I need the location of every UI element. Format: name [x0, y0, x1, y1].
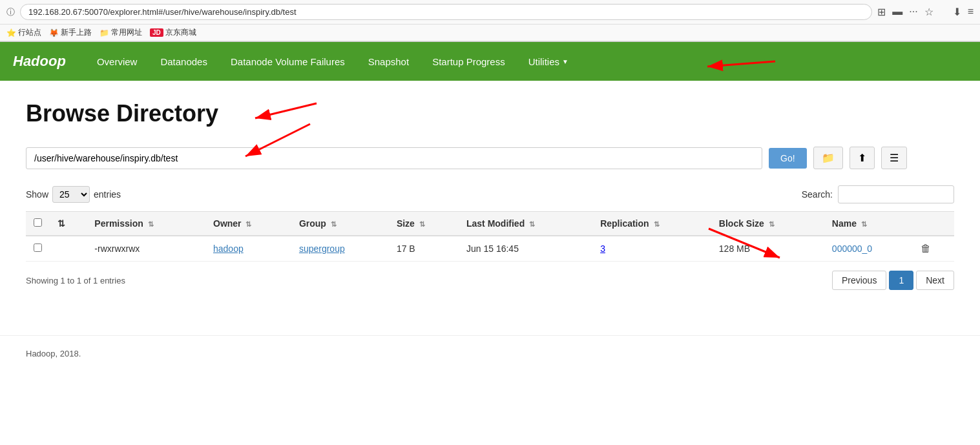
pagination-row: Showing 1 to 1 of 1 entries Previous 1 N… — [26, 271, 954, 290]
grid-icon: ⊞ — [877, 6, 886, 18]
entries-label: entries — [94, 189, 121, 200]
path-row: Go! 📁 ⬆ ☰ — [26, 147, 954, 169]
nav-links: Overview Datanodes Datanode Volume Failu… — [85, 42, 580, 81]
table-row: -rwxrwxrwx hadoop supergroup 17 B Jun 15… — [26, 236, 954, 262]
sort-arrows-icon: ⇅ — [57, 218, 65, 229]
owner-value: hadoop — [213, 243, 244, 254]
browser-icons: ⊞ ▬ ··· ☆ ⬇ ≡ — [877, 6, 974, 18]
replication-sort-icon: ⇅ — [654, 220, 660, 228]
list-icon: ☰ — [890, 152, 899, 163]
col-header-actions — [913, 212, 954, 236]
star-icon[interactable]: ☆ — [924, 6, 933, 18]
address-bar: ⓘ 192.168.20.67:50070/explorer.html#/use… — [0, 0, 980, 25]
hadoop-brand[interactable]: Hadoop — [13, 53, 66, 70]
nav-snapshot[interactable]: Snapshot — [357, 42, 421, 81]
last-modified-value: Jun 15 16:45 — [466, 243, 519, 254]
show-entries: Show 10 25 50 100 entries — [26, 186, 121, 203]
table-header-row: ⇅ Permission ⇅ Owner ⇅ Group ⇅ Size ⇅ — [26, 212, 954, 236]
entries-select[interactable]: 10 25 50 100 — [52, 186, 90, 203]
footer-text: Hadoop, 2018. — [26, 349, 81, 358]
pagination-buttons: Previous 1 Next — [832, 271, 954, 290]
info-icon: ⓘ — [6, 6, 15, 18]
col-header-replication[interactable]: Replication ⇅ — [592, 212, 711, 236]
replication-link[interactable]: 3 — [600, 243, 605, 254]
permission-value: -rwxrwxrwx — [94, 243, 140, 254]
col-header-sort[interactable]: ⇅ — [50, 212, 87, 236]
file-name-value: 000000_0 — [832, 243, 872, 254]
bookmark-changyongwangzhi[interactable]: 📁 常用网址 — [99, 27, 142, 38]
row-replication-cell[interactable]: 3 — [592, 236, 711, 262]
row-sort-cell — [50, 236, 87, 262]
navbar: Hadoop Overview Datanodes Datanode Volum… — [0, 42, 980, 81]
row-block-size-cell: 128 MB — [711, 236, 824, 262]
group-sort-icon: ⇅ — [331, 220, 337, 228]
block-size-sort-icon: ⇅ — [769, 220, 775, 228]
more-icon: ··· — [909, 6, 917, 18]
row-group-cell[interactable]: supergroup — [291, 236, 389, 262]
row-last-modified-cell: Jun 15 16:45 — [459, 236, 592, 262]
table-controls: Show 10 25 50 100 entries Search: — [26, 185, 954, 203]
folder-icon: 📁 — [822, 152, 835, 163]
row-permission-cell: -rwxrwxrwx — [87, 236, 205, 262]
library-icon: ≡ — [968, 6, 974, 18]
row-checkbox[interactable] — [34, 243, 42, 252]
url-text: 192.168.20.67:50070/explorer.html#/user/… — [28, 7, 297, 17]
bookmarks-bar: ⭐ 行站点 🦊 新手上路 📁 常用网址 JD 京东商城 — [0, 25, 980, 41]
dropdown-caret-icon: ▼ — [562, 58, 568, 65]
footer: Hadoop, 2018. — [0, 335, 980, 371]
name-sort-icon: ⇅ — [861, 220, 867, 228]
row-name-cell[interactable]: 000000_0 — [824, 236, 913, 262]
list-button[interactable]: ☰ — [881, 147, 907, 169]
delete-icon[interactable]: 🗑 — [921, 243, 931, 254]
upload-button[interactable]: ⬆ — [850, 147, 875, 169]
search-label: Search: — [802, 189, 833, 200]
search-box: Search: — [802, 185, 954, 203]
page-1-button[interactable]: 1 — [889, 271, 913, 290]
showing-text: Showing 1 to 1 of 1 entries — [26, 276, 125, 285]
go-button[interactable]: Go! — [769, 148, 807, 169]
file-name-link[interactable]: 000000_0 — [832, 243, 872, 254]
col-header-owner[interactable]: Owner ⇅ — [205, 212, 291, 236]
main-content: Browse Directory Go! 📁 ⬆ ☰ Show 10 — [0, 81, 980, 309]
bookmark-xinshoushanglu[interactable]: 🦊 新手上路 — [49, 27, 92, 38]
nav-overview[interactable]: Overview — [85, 42, 149, 81]
bookmark-jingdong[interactable]: JD 京东商城 — [150, 27, 196, 38]
row-delete-cell[interactable]: 🗑 — [913, 236, 954, 262]
owner-sort-icon: ⇅ — [245, 220, 251, 228]
bookmark-xingzhandian[interactable]: ⭐ 行站点 — [6, 27, 41, 38]
path-input[interactable] — [26, 147, 762, 169]
col-header-name[interactable]: Name ⇅ — [824, 212, 913, 236]
col-header-block-size[interactable]: Block Size ⇅ — [711, 212, 824, 236]
last-modified-sort-icon: ⇅ — [529, 220, 535, 228]
col-header-last-modified[interactable]: Last Modified ⇅ — [459, 212, 592, 236]
nav-utilities[interactable]: Utilities ▼ — [517, 42, 580, 81]
page-title: Browse Directory — [26, 100, 954, 127]
replication-value: 3 — [600, 243, 605, 254]
col-header-permission[interactable]: Permission ⇅ — [87, 212, 205, 236]
select-all-checkbox[interactable] — [34, 218, 42, 227]
col-header-checkbox[interactable] — [26, 212, 50, 236]
permission-sort-icon: ⇅ — [148, 220, 154, 228]
row-checkbox-cell[interactable] — [26, 236, 50, 262]
nav-datanodes[interactable]: Datanodes — [149, 42, 219, 81]
size-sort-icon: ⇅ — [419, 220, 425, 228]
browser-chrome: ⓘ 192.168.20.67:50070/explorer.html#/use… — [0, 0, 980, 42]
folder-button[interactable]: 📁 — [813, 147, 843, 169]
navbar-wrapper: Hadoop Overview Datanodes Datanode Volum… — [0, 42, 980, 81]
size-value: 17 B — [397, 243, 415, 254]
nav-datanode-volume-failures[interactable]: Datanode Volume Failures — [219, 42, 357, 81]
upload-icon: ⬆ — [858, 152, 866, 163]
url-box[interactable]: 192.168.20.67:50070/explorer.html#/user/… — [20, 4, 872, 20]
search-input[interactable] — [838, 185, 954, 203]
row-size-cell: 17 B — [389, 236, 459, 262]
previous-button[interactable]: Previous — [832, 271, 886, 290]
group-value: supergroup — [299, 243, 345, 254]
show-label: Show — [26, 189, 48, 200]
block-size-value: 128 MB — [719, 243, 750, 254]
nav-startup-progress[interactable]: Startup Progress — [421, 42, 517, 81]
col-header-group[interactable]: Group ⇅ — [291, 212, 389, 236]
reader-icon: ▬ — [892, 6, 902, 18]
row-owner-cell[interactable]: hadoop — [205, 236, 291, 262]
col-header-size[interactable]: Size ⇅ — [389, 212, 459, 236]
next-button[interactable]: Next — [916, 271, 954, 290]
